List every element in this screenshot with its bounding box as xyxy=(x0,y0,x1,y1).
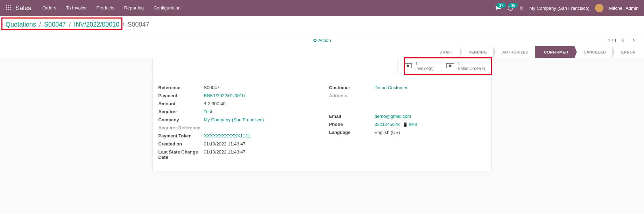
value-phone[interactable]: 3321245678 xyxy=(375,122,400,127)
messaging-count: 17 xyxy=(497,3,506,8)
label-company: Company xyxy=(158,117,204,122)
company-switcher[interactable]: My Company (San Francisco) xyxy=(529,6,589,11)
svg-rect-1 xyxy=(8,5,9,6)
activity-icon[interactable]: 38 xyxy=(507,5,514,11)
menu-configuration[interactable]: Configuration xyxy=(149,0,185,16)
breadcrumb-sep: / xyxy=(69,21,71,28)
svg-rect-0 xyxy=(6,5,7,6)
label-last-state-change: Last State Change Date xyxy=(158,149,204,160)
invoices-count: 1 xyxy=(415,62,433,66)
menu-orders[interactable]: Orders xyxy=(37,0,61,16)
left-column: Reference S00047 Payment BNK1/2022/01/00… xyxy=(158,84,315,161)
status-authorized[interactable]: AUTHORIZED xyxy=(493,46,535,58)
value-payment-token[interactable]: XXXXXXXXXXXX1121 xyxy=(204,133,250,138)
label-payment-token: Payment Token xyxy=(158,133,204,138)
pager-next[interactable] xyxy=(629,37,638,45)
status-canceled[interactable]: CANCELED xyxy=(574,46,612,58)
activity-count: 38 xyxy=(509,3,518,8)
pager-position: 1 / 1 xyxy=(608,38,617,43)
pager-prev[interactable] xyxy=(619,37,627,45)
topnav: Sales Orders To Invoice Products Reporti… xyxy=(0,0,644,16)
money-icon xyxy=(446,63,454,70)
sms-button[interactable]: 📱 SMS xyxy=(403,122,417,127)
stat-button-sales-orders[interactable]: 1 Sales Order(s) xyxy=(440,58,491,75)
svg-point-13 xyxy=(449,65,452,67)
label-payment: Payment xyxy=(158,93,204,98)
svg-rect-8 xyxy=(10,9,11,10)
value-amount: ₹ 2,300.40 xyxy=(204,101,226,106)
stat-button-invoices[interactable]: 1 Invoice(s) xyxy=(397,58,440,75)
action-label: Action xyxy=(318,38,331,43)
avatar[interactable] xyxy=(595,4,603,12)
control-panel-subbar: ✿ Action 1 / 1 xyxy=(0,35,644,46)
right-column: Customer Demo Customer Address Email dem… xyxy=(329,84,486,161)
menu-to-invoice[interactable]: To Invoice xyxy=(61,0,92,16)
sms-label: SMS xyxy=(409,122,417,127)
label-amount: Amount xyxy=(158,101,204,106)
status-confirmed[interactable]: CONFIRMED xyxy=(535,46,574,58)
form-sheet: 1 Invoice(s) 1 Sales Order(s) Reference xyxy=(153,58,492,171)
value-company[interactable]: My Company (San Francisco) xyxy=(204,117,264,122)
label-acquirer-reference: Acquirer Reference xyxy=(158,125,204,130)
sales-orders-count: 1 xyxy=(458,62,485,66)
status-draft[interactable]: DRAFT xyxy=(433,46,460,58)
breadcrumb-sep: / xyxy=(122,21,124,28)
phone-icon: 📱 xyxy=(403,122,408,127)
statusbar: DRAFTPENDINGAUTHORIZEDCONFIRMEDCANCELEDE… xyxy=(0,46,644,58)
breadcrumb-link-s00047[interactable]: S00047 xyxy=(44,21,66,28)
app-name[interactable]: Sales xyxy=(15,5,31,12)
pager: 1 / 1 xyxy=(608,35,638,46)
label-reference: Reference xyxy=(158,85,204,90)
svg-rect-6 xyxy=(6,9,7,10)
invoices-label: Invoice(s) xyxy=(415,66,433,71)
svg-point-11 xyxy=(407,65,409,67)
svg-rect-5 xyxy=(10,7,11,8)
value-email[interactable]: demo@gmail.com xyxy=(375,114,411,119)
breadcrumb-link-inv[interactable]: INV/2022/00010 xyxy=(74,21,119,28)
menu-reporting[interactable]: Reporting xyxy=(119,0,149,16)
breadcrumb-link-quotations[interactable]: Quotations xyxy=(6,21,36,28)
breadcrumb: Quotations / S00047 / INV/2022/00010 / S… xyxy=(6,21,149,28)
label-phone: Phone xyxy=(329,122,375,127)
label-language: Language xyxy=(329,130,375,135)
breadcrumb-sep: / xyxy=(39,21,41,28)
label-created-on: Created on xyxy=(158,141,204,147)
status-pending[interactable]: PENDING xyxy=(460,46,493,58)
label-acquirer: Acquirer xyxy=(158,109,204,114)
value-reference: S00047 xyxy=(204,85,220,90)
value-last-state-change: 01/10/2022 11:43:47 xyxy=(204,149,246,160)
sales-orders-label: Sales Order(s) xyxy=(458,66,485,71)
value-acquirer[interactable]: Test xyxy=(204,109,212,114)
status-error[interactable]: ERROR xyxy=(612,46,642,58)
messaging-icon[interactable]: 17 xyxy=(495,5,502,11)
action-dropdown[interactable]: ✿ Action xyxy=(313,38,331,43)
breadcrumb-current: S00047 xyxy=(127,21,149,28)
svg-rect-7 xyxy=(8,9,9,10)
stat-buttons: 1 Invoice(s) 1 Sales Order(s) xyxy=(153,58,491,75)
value-language: English (US) xyxy=(375,130,400,135)
label-email: Email xyxy=(329,114,375,119)
apps-icon[interactable] xyxy=(6,5,11,12)
value-created-on: 01/10/2022 11:43:47 xyxy=(204,141,246,147)
close-icon[interactable]: ✕ xyxy=(519,5,524,12)
gear-icon: ✿ xyxy=(313,38,317,43)
value-payment[interactable]: BNK1/2022/01/0010 xyxy=(204,93,245,98)
money-icon xyxy=(404,63,412,70)
breadcrumb-bar: Quotations / S00047 / INV/2022/00010 / S… xyxy=(0,16,644,35)
label-address: Address xyxy=(329,93,375,98)
user-menu[interactable]: Mitchell Admin xyxy=(609,6,638,11)
menu-products[interactable]: Products xyxy=(91,0,119,16)
svg-rect-2 xyxy=(10,5,11,6)
svg-rect-3 xyxy=(6,7,7,8)
main-menu: Orders To Invoice Products Reporting Con… xyxy=(37,0,185,16)
value-customer[interactable]: Demo Customer xyxy=(375,85,408,90)
svg-rect-4 xyxy=(8,7,9,8)
label-customer: Customer xyxy=(329,85,375,90)
